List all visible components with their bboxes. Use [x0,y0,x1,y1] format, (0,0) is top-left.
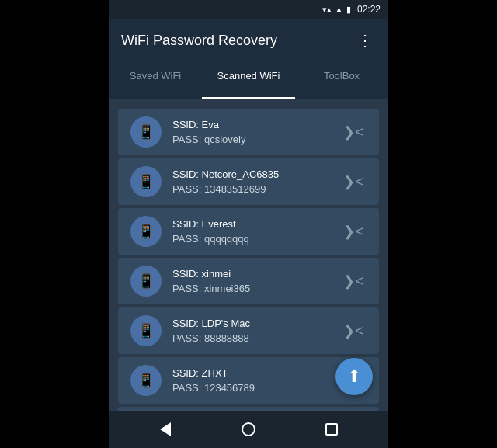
wifi-item-icon-wrapper: 📱 [130,216,162,247]
wifi-item-info: SSID: LDP's Mac PASS: 88888888 [172,316,340,346]
list-item[interactable]: 📱 SSID: Netcore_AC6835 PASS: 13483512699… [118,158,379,205]
signal-icon: ▾▴ [322,5,332,15]
phone-container: ▾▴ ▲ ▮ 02:22 WiFi Password Recovery ⋮ Sa… [109,0,388,448]
share-icon[interactable]: ❯< [340,269,367,293]
app-bar: WiFi Password Recovery ⋮ [109,19,388,62]
tab-scanned-wifi-label: Scanned WiFi [217,70,280,91]
wifi-item-icon-wrapper: 📱 [130,365,162,396]
status-bar: ▾▴ ▲ ▮ 02:22 [109,0,388,19]
wifi-item-info: SSID: xinmei PASS: xinmei365 [172,266,340,297]
recent-icon [325,423,338,436]
tab-toolbox-label: ToolBox [324,70,360,91]
battery-icon: ▮ [346,5,351,15]
app-title: WiFi Password Recovery [121,33,277,49]
wifi-pass-label: PASS: 88888888 [172,331,340,346]
wifi-ssid-label: SSID: LDP's Mac [172,316,340,332]
wifi-item-icon-wrapper: 📱 [130,116,162,148]
wifi-ssid-label: SSID: Eva [172,117,340,133]
wifi-status-icon: ▲ [335,5,343,14]
wifi-pass-label: PASS: 13483512699 [172,182,340,197]
wifi-ssid-label: SSID: Netcore_AC6835 [172,167,340,182]
tab-scanned-wifi[interactable]: Scanned WiFi [202,61,295,99]
nav-back-button[interactable] [150,414,181,445]
phone-icon: 📱 [137,223,155,240]
share-icon[interactable]: ❯< [340,319,367,342]
back-icon [160,422,171,436]
wifi-item-icon-wrapper: 📱 [130,166,162,197]
nav-home-button[interactable] [233,414,264,445]
wifi-item-info: SSID: Everest PASS: qqqqqqqq [172,217,340,247]
share-icon[interactable]: ❯< [340,120,367,144]
status-time: 02:22 [357,4,381,15]
tab-saved-wifi[interactable]: Saved WiFi [109,61,202,99]
wifi-pass-label: PASS: qcslovely [172,132,340,148]
list-item[interactable]: 📱 SSID: Eva PASS: qcslovely ❯< [118,109,379,155]
phone-icon: 📱 [137,322,155,339]
tab-toolbox[interactable]: ToolBox [295,61,388,99]
tab-bar: Saved WiFi Scanned WiFi ToolBox [109,62,388,99]
wifi-item-icon-wrapper: 📱 [130,315,162,346]
wifi-item-info: SSID: Netcore_AC6835 PASS: 13483512699 [172,167,340,197]
share-icon[interactable]: ❯< [340,220,367,243]
wifi-ssid-label: SSID: Everest [172,217,340,232]
wifi-pass-label: PASS: xinmei365 [172,281,340,297]
tab-saved-wifi-label: Saved WiFi [130,70,181,91]
nav-recent-button[interactable] [316,414,347,445]
fab-upload-button[interactable]: ⬆ [335,358,373,395]
list-item[interactable]: 📱 SSID: Everest PASS: qqqqqqqq ❯< [118,208,379,255]
status-icons: ▾▴ ▲ ▮ 02:22 [322,4,381,15]
wifi-ssid-label: SSID: ZHXT [172,366,340,381]
list-item[interactable]: 📱 SSID: xinmei PASS: xinmei365 ❯< [118,258,379,304]
phone-icon: 📱 [137,123,155,141]
phone-icon: 📱 [137,273,155,290]
wifi-item-info: SSID: Eva PASS: qcslovely [172,117,340,148]
share-icon[interactable]: ❯< [340,170,367,193]
upload-icon: ⬆ [347,366,361,387]
wifi-pass-label: PASS: qqqqqqqq [172,231,340,247]
phone-icon: 📱 [137,372,155,389]
list-item[interactable]: 📱 SSID: LDP's Mac PASS: 88888888 ❯< [118,307,379,354]
wifi-ssid-label: SSID: xinmei [172,266,340,282]
wifi-pass-label: PASS: 123456789 [172,380,340,396]
wifi-item-info: SSID: ZHXT PASS: 123456789 [172,366,340,396]
nav-bar [109,411,388,448]
phone-icon: 📱 [137,173,155,190]
home-icon [242,422,255,436]
more-options-icon[interactable]: ⋮ [354,28,376,53]
wifi-item-icon-wrapper: 📱 [130,266,162,297]
